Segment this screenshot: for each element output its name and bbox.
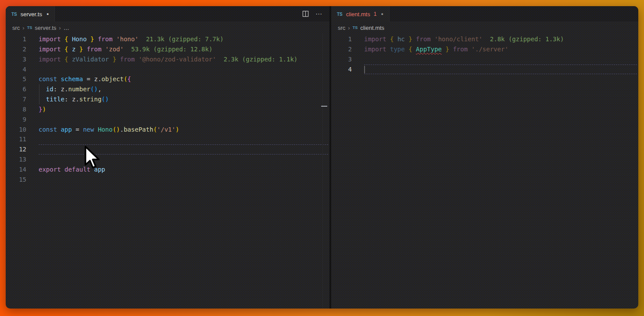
code-token: Hono	[72, 36, 87, 43]
breadcrumb-item[interactable]: server.ts	[35, 25, 56, 31]
code-token	[87, 36, 90, 43]
more-actions-icon[interactable]: ⋯	[315, 10, 322, 18]
editor-pane-client: TS client.mts 1 ● src›TSclient.mts 1impo…	[331, 6, 638, 309]
line-number[interactable]: 10	[6, 125, 26, 135]
line-number[interactable]: 3	[6, 54, 26, 65]
indent-guide	[39, 84, 39, 104]
line-number[interactable]: 8	[6, 104, 26, 115]
code-token	[431, 36, 434, 43]
code-token: export	[39, 166, 61, 173]
code-line-3[interactable]: 3import { zValidator } from '@hono/zod-v…	[6, 54, 329, 65]
code-line-12[interactable]: 12	[6, 144, 329, 154]
code-line-3[interactable]: 3	[331, 54, 638, 65]
code-token	[386, 36, 390, 43]
line-number[interactable]: 6	[6, 84, 26, 94]
code-token	[109, 56, 112, 63]
code-token	[57, 126, 61, 133]
code-line-9[interactable]: 9	[6, 115, 329, 125]
code-token: ()	[90, 86, 98, 93]
line-number[interactable]: 4	[6, 65, 26, 75]
code-editor-client[interactable]: 1import { hc } from 'hono/client'2.8k (g…	[331, 33, 638, 309]
line-number[interactable]: 2	[6, 44, 26, 54]
code-token: import	[364, 46, 386, 53]
code-token	[135, 56, 138, 63]
code-token: number	[68, 86, 90, 93]
code-token	[39, 96, 46, 103]
breadcrumb-item[interactable]: src	[338, 25, 345, 31]
code-token: from	[87, 46, 102, 53]
import-cost-hint: 21.3k (gzipped: 7.7k)	[139, 34, 224, 44]
code-token	[83, 46, 86, 53]
code-line-4[interactable]: 4	[6, 65, 329, 75]
code-token: title	[46, 96, 64, 103]
code-token: '@hono/zod-validator'	[139, 56, 216, 63]
code-token	[405, 36, 408, 43]
tab-actions: ⋯	[302, 6, 329, 22]
line-number[interactable]: 7	[6, 94, 26, 104]
code-token: new	[83, 126, 94, 133]
code-token: import	[39, 46, 61, 53]
code-token: app	[61, 126, 72, 133]
modified-dot-icon[interactable]: ●	[46, 12, 49, 16]
code-token: type	[390, 46, 405, 53]
line-number[interactable]: 2	[331, 44, 352, 54]
line-number[interactable]: 11	[6, 134, 26, 144]
code-line-6[interactable]: 6 id: z.number(),	[6, 84, 329, 94]
code-line-15[interactable]: 15	[6, 175, 329, 185]
code-token: =	[72, 126, 83, 133]
code-token	[57, 75, 61, 83]
line-number[interactable]: 13	[6, 154, 26, 165]
code-token	[468, 46, 471, 53]
code-token: )	[175, 126, 179, 133]
code-token: z	[94, 75, 97, 83]
editor-pane-server: TS server.ts ● ⋯ src›TSserver.ts›… 1impo…	[6, 6, 329, 309]
line-number[interactable]: 3	[331, 54, 352, 65]
code-line-13[interactable]: 13	[6, 154, 329, 165]
code-token	[101, 46, 105, 53]
code-line-2[interactable]: 2import type { AppType } from './server'	[331, 44, 638, 54]
breadcrumb-item[interactable]: …	[64, 25, 69, 31]
code-line-4[interactable]: 4	[331, 65, 638, 75]
code-token: AppType	[416, 46, 442, 53]
code-line-5[interactable]: 5const schema = z.object({	[6, 74, 329, 84]
code-line-1[interactable]: 1import { hc } from 'hono/client'2.8k (g…	[331, 34, 638, 44]
line-number[interactable]: 14	[6, 165, 26, 175]
line-content: import { Hono } from 'hono'	[39, 34, 139, 44]
modified-dot-icon[interactable]: ●	[380, 12, 383, 16]
code-token: )	[42, 106, 46, 113]
code-line-10[interactable]: 10const app = new Hono().basePath('/v1')	[6, 125, 329, 135]
line-number[interactable]: 1	[331, 34, 352, 44]
code-token: schema	[61, 75, 83, 83]
code-editor-server[interactable]: 1import { Hono } from 'hono'21.3k (gzipp…	[6, 33, 329, 309]
code-token: 'hono/client'	[434, 36, 483, 43]
line-number[interactable]: 9	[6, 115, 26, 125]
code-line-11[interactable]: 11	[6, 134, 329, 144]
split-editor-icon[interactable]	[302, 11, 309, 17]
line-number[interactable]: 1	[6, 34, 26, 44]
code-line-7[interactable]: 7 title: z.string()	[6, 94, 329, 104]
code-line-1[interactable]: 1import { Hono } from 'hono'21.3k (gzipp…	[6, 34, 329, 44]
line-number[interactable]: 4	[331, 65, 352, 75]
code-token: z	[61, 86, 64, 93]
line-number[interactable]: 15	[6, 175, 26, 185]
code-token: }	[113, 56, 116, 63]
tab-server-ts[interactable]: TS server.ts ●	[6, 6, 55, 22]
import-cost-hint: 53.9k (gzipped: 12.8k)	[124, 44, 212, 54]
breadcrumb-right: src›TSclient.mts	[331, 22, 638, 33]
code-token: =	[83, 75, 94, 83]
error-count-badge: 1	[374, 11, 377, 17]
code-token	[68, 46, 72, 53]
code-token: .	[75, 96, 79, 103]
code-line-8[interactable]: 8})	[6, 104, 329, 115]
code-line-14[interactable]: 14export default app	[6, 165, 329, 175]
line-content: title: z.string()	[39, 94, 109, 104]
breadcrumb-chevron-icon: ›	[22, 25, 24, 31]
code-token	[412, 36, 416, 43]
code-line-2[interactable]: 2import { z } from 'zod'53.9k (gzipped: …	[6, 44, 329, 54]
tab-client-mts[interactable]: TS client.mts 1 ●	[331, 6, 390, 22]
line-number[interactable]: 5	[6, 74, 26, 84]
code-token: id	[46, 86, 54, 93]
breadcrumb-item[interactable]: src	[12, 25, 20, 31]
breadcrumb-item[interactable]: client.mts	[360, 25, 384, 31]
line-number[interactable]: 12	[6, 144, 26, 154]
